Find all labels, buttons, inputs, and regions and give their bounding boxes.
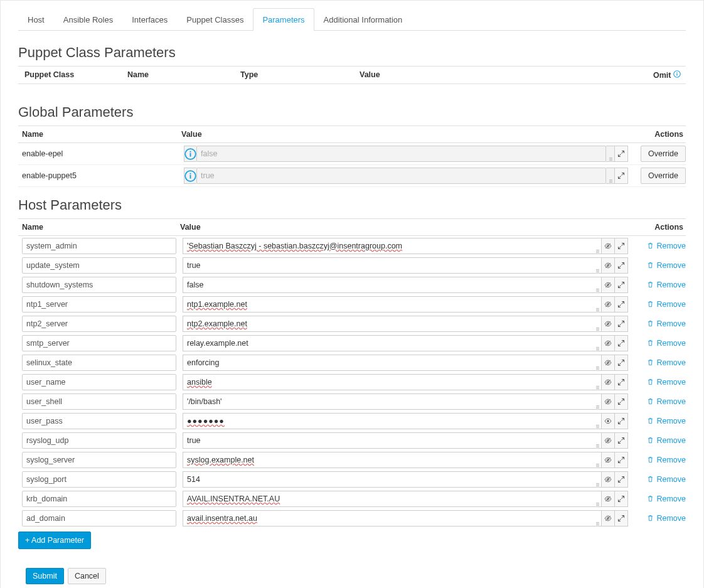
eye-icon[interactable] bbox=[601, 374, 615, 390]
remove-link[interactable]: Remove bbox=[647, 397, 686, 406]
host-param-value-input[interactable]: ansible bbox=[183, 374, 593, 390]
fullscreen-icon[interactable] bbox=[614, 277, 628, 293]
puppet-class-table-header: Puppet Class Name Type Value Omit bbox=[18, 66, 686, 84]
tab-additional-information[interactable]: Additional Information bbox=[314, 8, 412, 31]
eye-icon[interactable] bbox=[601, 335, 615, 351]
host-param-value-input[interactable]: ntp2.example.net bbox=[183, 316, 593, 332]
host-param-name-input[interactable] bbox=[22, 374, 176, 390]
host-param-name-input[interactable] bbox=[22, 335, 176, 351]
host-param-name-input[interactable] bbox=[22, 452, 176, 468]
eye-icon[interactable] bbox=[601, 432, 615, 449]
tab-parameters[interactable]: Parameters bbox=[253, 8, 314, 31]
remove-link[interactable]: Remove bbox=[647, 339, 686, 348]
eye-icon[interactable] bbox=[601, 491, 615, 507]
global-param-value: true bbox=[196, 168, 606, 184]
host-param-value-input[interactable]: AVAIL.INSENTRA.NET.AU bbox=[183, 491, 593, 507]
remove-link[interactable]: Remove bbox=[647, 261, 686, 270]
eye-icon[interactable] bbox=[601, 257, 615, 274]
remove-link[interactable]: Remove bbox=[647, 436, 686, 445]
host-param-name-input[interactable] bbox=[22, 510, 176, 527]
host-param-value-input[interactable]: 514 bbox=[183, 471, 593, 488]
remove-link[interactable]: Remove bbox=[647, 281, 686, 289]
host-param-value-input[interactable]: false bbox=[183, 277, 593, 293]
fullscreen-icon[interactable] bbox=[614, 491, 628, 507]
override-button[interactable]: Override bbox=[641, 146, 686, 162]
eye-icon[interactable] bbox=[601, 316, 615, 332]
eye-icon[interactable] bbox=[601, 296, 615, 313]
fullscreen-icon[interactable] bbox=[614, 146, 628, 162]
host-param-name-input[interactable] bbox=[22, 432, 176, 449]
col-actions: Actions bbox=[631, 130, 686, 139]
eye-icon[interactable] bbox=[601, 452, 615, 468]
remove-link[interactable]: Remove bbox=[647, 378, 686, 387]
info-icon[interactable] bbox=[184, 168, 196, 184]
svg-rect-5 bbox=[190, 151, 191, 152]
fullscreen-icon[interactable] bbox=[614, 316, 628, 332]
remove-link[interactable]: Remove bbox=[647, 456, 686, 464]
host-param-value-input[interactable]: ntp1.example.net bbox=[183, 296, 593, 313]
fullscreen-icon[interactable] bbox=[614, 296, 628, 313]
tab-ansible-roles[interactable]: Ansible Roles bbox=[54, 8, 123, 31]
cancel-button[interactable]: Cancel bbox=[68, 568, 106, 584]
eye-icon[interactable] bbox=[601, 510, 615, 527]
tab-interfaces[interactable]: Interfaces bbox=[122, 8, 177, 31]
host-param-value-input[interactable]: true bbox=[183, 432, 593, 449]
eye-icon[interactable] bbox=[601, 471, 615, 488]
host-param-name-input[interactable] bbox=[22, 277, 176, 293]
host-param-name-input[interactable] bbox=[22, 491, 176, 507]
eye-icon[interactable] bbox=[601, 393, 615, 410]
info-icon[interactable] bbox=[184, 146, 196, 162]
host-param-value-input[interactable]: '/bin/bash' bbox=[183, 393, 593, 410]
host-param-name-input[interactable] bbox=[22, 471, 176, 488]
override-button[interactable]: Override bbox=[641, 168, 686, 184]
eye-icon[interactable] bbox=[601, 238, 615, 254]
info-icon[interactable] bbox=[673, 71, 681, 80]
host-param-value-input[interactable]: syslog.example.net bbox=[183, 452, 593, 468]
fullscreen-icon[interactable] bbox=[614, 432, 628, 449]
tab-host[interactable]: Host bbox=[18, 8, 54, 31]
eye-icon[interactable] bbox=[601, 355, 615, 371]
host-param-name-input[interactable] bbox=[22, 238, 176, 254]
submit-button[interactable]: Submit bbox=[26, 568, 64, 584]
fullscreen-icon[interactable] bbox=[614, 510, 628, 527]
remove-link[interactable]: Remove bbox=[647, 475, 686, 484]
fullscreen-icon[interactable] bbox=[614, 471, 628, 488]
remove-link[interactable]: Remove bbox=[647, 242, 686, 250]
fullscreen-icon[interactable] bbox=[614, 257, 628, 274]
fullscreen-icon[interactable] bbox=[614, 168, 628, 184]
host-param-name-input[interactable] bbox=[22, 257, 176, 274]
host-param-name-input[interactable] bbox=[22, 296, 176, 313]
host-param-value-input[interactable]: enforcing bbox=[183, 355, 593, 371]
global-param-name: enable-puppet5 bbox=[18, 171, 181, 180]
eye-icon[interactable] bbox=[601, 277, 615, 293]
global-param-name: enable-epel bbox=[18, 149, 181, 158]
host-param-value-input[interactable]: avail.insentra.net.au bbox=[183, 510, 593, 527]
fullscreen-icon[interactable] bbox=[614, 393, 628, 410]
host-param-name-input[interactable] bbox=[22, 355, 176, 371]
remove-link[interactable]: Remove bbox=[647, 494, 686, 503]
add-parameter-button[interactable]: + Add Parameter bbox=[18, 532, 91, 549]
fullscreen-icon[interactable] bbox=[614, 355, 628, 371]
host-param-value-input[interactable]: relay.example.net bbox=[183, 335, 593, 351]
global-param-row: enable-puppet5trueOverride bbox=[18, 165, 686, 187]
host-param-value-input[interactable]: 'Sebastian Baszczyj - sebastian.baszczyj… bbox=[183, 238, 593, 254]
host-param-name-input[interactable] bbox=[22, 316, 176, 332]
fullscreen-icon[interactable] bbox=[614, 452, 628, 468]
remove-link[interactable]: Remove bbox=[647, 319, 686, 328]
col-name: Name bbox=[18, 223, 180, 232]
remove-link[interactable]: Remove bbox=[647, 300, 686, 309]
host-param-value-input[interactable]: true bbox=[183, 257, 593, 274]
host-param-value-input[interactable]: ●●●●●●● bbox=[183, 413, 593, 429]
eye-icon[interactable] bbox=[601, 413, 615, 429]
remove-link[interactable]: Remove bbox=[647, 358, 686, 367]
remove-link[interactable]: Remove bbox=[647, 514, 686, 523]
tab-puppet-classes[interactable]: Puppet Classes bbox=[177, 8, 253, 31]
fullscreen-icon[interactable] bbox=[614, 238, 628, 254]
host-param-name-input[interactable] bbox=[22, 413, 176, 429]
fullscreen-icon[interactable] bbox=[614, 374, 628, 390]
host-param-name-input[interactable] bbox=[22, 393, 176, 410]
host-table-header: Name Value Actions bbox=[18, 218, 686, 236]
fullscreen-icon[interactable] bbox=[614, 335, 628, 351]
remove-link[interactable]: Remove bbox=[647, 417, 686, 425]
fullscreen-icon[interactable] bbox=[614, 413, 628, 429]
